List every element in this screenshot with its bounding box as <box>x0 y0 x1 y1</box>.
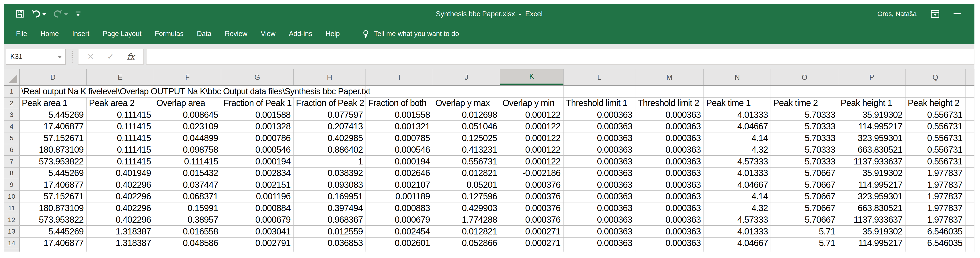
cell-I13[interactable]: 0.002454 <box>366 226 433 237</box>
row-number-10[interactable]: 10 <box>4 191 19 202</box>
row-number-11[interactable]: 11 <box>4 202 19 214</box>
cell-G2[interactable]: Fraction of Peak 1 <box>221 97 294 109</box>
ribbon-display-options-icon[interactable] <box>930 9 940 19</box>
cell-L8[interactable]: 0.000363 <box>563 167 635 179</box>
column-header-H[interactable]: H <box>294 69 366 85</box>
cell-J11[interactable]: 0.429903 <box>433 202 500 214</box>
cell-D3[interactable]: 5.445269 <box>19 109 87 121</box>
cell-H6[interactable]: 0.886402 <box>294 144 366 156</box>
cell-E9[interactable]: 0.402296 <box>87 179 154 190</box>
cell-F3[interactable]: 0.008645 <box>154 109 221 121</box>
cell-D11[interactable]: 180.873109 <box>19 202 87 214</box>
cell-H10[interactable]: 0.169951 <box>294 191 366 202</box>
cell-M3[interactable]: 0.000363 <box>635 109 704 121</box>
cell-N5[interactable]: 4.14 <box>704 132 771 144</box>
cell-J3[interactable]: 0.012698 <box>433 109 500 121</box>
cell-P9[interactable]: 114.995217 <box>838 179 905 190</box>
cell-H14[interactable]: 0.036853 <box>294 237 366 249</box>
cell-F9[interactable]: 0.037447 <box>154 179 221 190</box>
cell-Q5[interactable]: 0.556731 <box>905 132 966 144</box>
tab-view[interactable]: View <box>254 24 282 44</box>
cell-O4[interactable]: 5.70333 <box>771 121 838 132</box>
row-number-12[interactable]: 12 <box>4 214 19 226</box>
cell-G6[interactable]: 0.000546 <box>221 144 294 156</box>
cell-O12[interactable]: 5.70667 <box>771 214 838 226</box>
select-all-button[interactable] <box>4 69 19 85</box>
cell-F10[interactable]: 0.068371 <box>154 191 221 202</box>
cell-Q3[interactable]: 0.556731 <box>905 109 966 121</box>
cell-H12[interactable]: 0.968367 <box>294 214 366 226</box>
cell-K8[interactable]: -0.002186 <box>500 167 563 179</box>
column-header-sliver[interactable] <box>966 69 974 85</box>
cell-P14[interactable]: 114.995217 <box>838 237 905 249</box>
row-number-13[interactable]: 13 <box>4 226 19 237</box>
cell-Q14[interactable]: 6.546035 <box>905 237 966 249</box>
cell-I1[interactable] <box>366 86 433 97</box>
column-header-L[interactable]: L <box>563 69 635 85</box>
tab-formulas[interactable]: Formulas <box>148 24 190 44</box>
cell-L13[interactable]: 0.000363 <box>563 226 635 237</box>
cell-K5[interactable]: 0.000122 <box>500 132 563 144</box>
column-header-F[interactable]: F <box>154 69 221 85</box>
cell-L3[interactable]: 0.000363 <box>563 109 635 121</box>
cell-Q1[interactable] <box>905 86 966 97</box>
cell-Q10[interactable]: 1.977837 <box>905 191 966 202</box>
formula-bar-input[interactable] <box>146 49 974 65</box>
cell-L10[interactable]: 0.000363 <box>563 191 635 202</box>
cell-F13[interactable]: 0.016558 <box>154 226 221 237</box>
row-number-14[interactable]: 14 <box>4 237 19 249</box>
row-number-5[interactable]: 5 <box>4 132 19 144</box>
cell-I2[interactable]: Fraction of both <box>366 97 433 109</box>
cell-N7[interactable]: 4.57333 <box>704 156 771 167</box>
cell-P11[interactable]: 663.830521 <box>838 202 905 214</box>
cell-G11[interactable]: 0.000884 <box>221 202 294 214</box>
cell-P1[interactable] <box>838 86 905 97</box>
cell-K2[interactable]: Overlap y min <box>500 97 563 109</box>
cell-D13[interactable]: 5.445269 <box>19 226 87 237</box>
cell-E2[interactable]: Peak area 2 <box>87 97 154 109</box>
cell-E4[interactable]: 0.111415 <box>87 121 154 132</box>
cell-G10[interactable]: 0.001196 <box>221 191 294 202</box>
cell-G4[interactable]: 0.001328 <box>221 121 294 132</box>
cell-D9[interactable]: 17.406877 <box>19 179 87 190</box>
cell-Q13[interactable]: 6.546035 <box>905 226 966 237</box>
undo-dropdown-caret[interactable] <box>42 13 46 16</box>
cell-E11[interactable]: 0.402296 <box>87 202 154 214</box>
column-header-M[interactable]: M <box>635 69 704 85</box>
column-header-D[interactable]: D <box>19 69 87 85</box>
cell-I6[interactable]: 0.000546 <box>366 144 433 156</box>
cell-N10[interactable]: 4.14 <box>704 191 771 202</box>
cell-E10[interactable]: 0.402296 <box>87 191 154 202</box>
cell-N3[interactable]: 4.01333 <box>704 109 771 121</box>
cell-J4[interactable]: 0.051046 <box>433 121 500 132</box>
tab-add-ins[interactable]: Add-ins <box>282 24 319 44</box>
cell-M9[interactable]: 0.000363 <box>635 179 704 190</box>
cell-F2[interactable]: Overlap area <box>154 97 221 109</box>
save-button[interactable] <box>15 9 24 18</box>
cell-N2[interactable]: Peak time 1 <box>704 97 771 109</box>
column-header-E[interactable]: E <box>87 69 154 85</box>
cell-D14[interactable]: 17.406877 <box>19 237 87 249</box>
cell-Q9[interactable]: 1.977837 <box>905 179 966 190</box>
cell-H9[interactable]: 0.093083 <box>294 179 366 190</box>
cell-N13[interactable]: 4.01333 <box>704 226 771 237</box>
cancel-icon[interactable]: ✕ <box>88 53 94 61</box>
row-number-2[interactable]: 2 <box>4 97 19 109</box>
cell-D1-file-path[interactable]: \Real output Na K fivelevel\Overlap OUTP… <box>19 86 366 97</box>
cell-L12[interactable]: 0.000363 <box>563 214 635 226</box>
row-number-1[interactable]: 1 <box>4 86 19 97</box>
cell-O8[interactable]: 5.70667 <box>771 167 838 179</box>
row-number-9[interactable]: 9 <box>4 179 19 190</box>
cell-J6[interactable]: 0.413231 <box>433 144 500 156</box>
cell-P3[interactable]: 35.919302 <box>838 109 905 121</box>
cell-P2[interactable]: Peak height 1 <box>838 97 905 109</box>
cell-Q4[interactable]: 0.556731 <box>905 121 966 132</box>
cell-I9[interactable]: 0.002107 <box>366 179 433 190</box>
cell-O13[interactable]: 5.71 <box>771 226 838 237</box>
cell-L14[interactable]: 0.000363 <box>563 237 635 249</box>
cell-H3[interactable]: 0.077597 <box>294 109 366 121</box>
cell-D10[interactable]: 57.152671 <box>19 191 87 202</box>
row-number-7[interactable]: 7 <box>4 156 19 167</box>
cell-E13[interactable]: 1.318387 <box>87 226 154 237</box>
cell-J9[interactable]: 0.05201 <box>433 179 500 190</box>
